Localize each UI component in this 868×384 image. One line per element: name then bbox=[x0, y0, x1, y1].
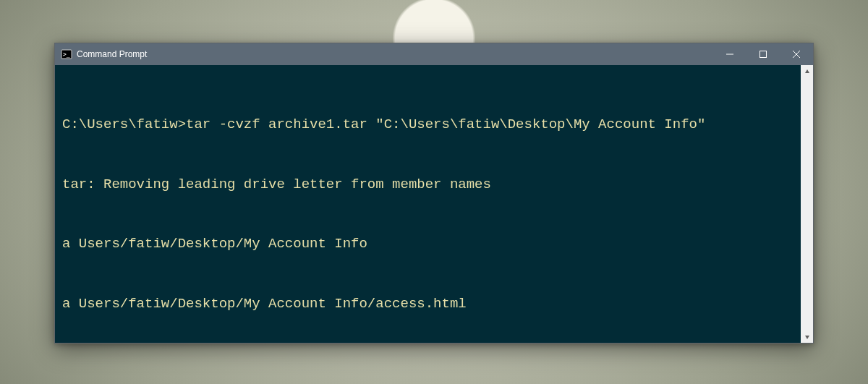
svg-text:>_: >_ bbox=[63, 51, 70, 58]
cmd-icon: >_ bbox=[61, 48, 72, 60]
prompt: C:\Users\fatiw> bbox=[62, 116, 186, 132]
maximize-button[interactable] bbox=[746, 43, 780, 65]
vertical-scrollbar[interactable] bbox=[801, 65, 813, 343]
window-title: Command Prompt bbox=[77, 49, 147, 59]
output-line: a Users/fatiw/Desktop/My Account Info/ac… bbox=[62, 294, 793, 315]
svg-rect-3 bbox=[760, 51, 767, 58]
output-line: a Users/fatiw/Desktop/My Account Info bbox=[62, 234, 793, 255]
command-prompt-window: >_ Command Prompt C:\Users\fatiw>tar -cv… bbox=[54, 43, 814, 344]
scrollbar-track[interactable] bbox=[801, 77, 813, 330]
close-button[interactable] bbox=[780, 43, 813, 65]
scroll-down-button[interactable] bbox=[801, 330, 813, 343]
minimize-button[interactable] bbox=[713, 43, 746, 65]
scroll-up-button[interactable] bbox=[801, 65, 813, 77]
command-text: tar -cvzf archive1.tar "C:\Users\fatiw\D… bbox=[186, 116, 705, 132]
client-area: C:\Users\fatiw>tar -cvzf archive1.tar "C… bbox=[55, 65, 813, 343]
command-line-1: C:\Users\fatiw>tar -cvzf archive1.tar "C… bbox=[62, 115, 793, 135]
titlebar[interactable]: >_ Command Prompt bbox=[55, 43, 813, 65]
output-line: tar: Removing leading drive letter from … bbox=[62, 175, 793, 195]
terminal-output[interactable]: C:\Users\fatiw>tar -cvzf archive1.tar "C… bbox=[55, 65, 801, 343]
